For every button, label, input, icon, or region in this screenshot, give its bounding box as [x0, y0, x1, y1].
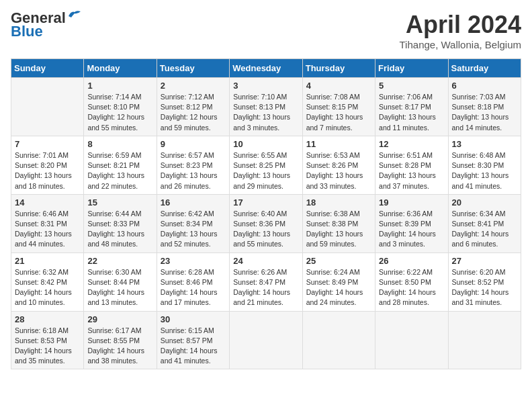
- day-number: 12: [379, 139, 444, 149]
- title-block: April 2024 Tihange, Wallonia, Belgium: [400, 11, 521, 50]
- header: General Blue April 2024 Tihange, Walloni…: [11, 11, 521, 50]
- day-info: Sunrise: 6:53 AM Sunset: 8:26 PM Dayligh…: [306, 150, 371, 191]
- day-number: 20: [452, 197, 517, 208]
- day-info: Sunrise: 7:10 AM Sunset: 8:13 PM Dayligh…: [233, 92, 298, 133]
- day-number: 2: [161, 81, 226, 91]
- calendar-cell: 14Sunrise: 6:46 AM Sunset: 8:31 PM Dayli…: [11, 194, 84, 253]
- day-number: 1: [87, 81, 152, 91]
- calendar-cell: 22Sunrise: 6:30 AM Sunset: 8:44 PM Dayli…: [84, 253, 157, 311]
- day-number: 10: [233, 139, 298, 149]
- calendar-cell: 23Sunrise: 6:28 AM Sunset: 8:46 PM Dayli…: [157, 253, 229, 311]
- day-header-friday: Friday: [375, 59, 448, 78]
- month-title: April 2024: [400, 11, 521, 39]
- calendar-cell: 8Sunrise: 6:59 AM Sunset: 8:21 PM Daylig…: [84, 136, 157, 194]
- day-number: 6: [452, 81, 517, 91]
- day-header-wednesday: Wednesday: [230, 59, 302, 78]
- day-number: 17: [233, 197, 298, 208]
- calendar-cell: 4Sunrise: 7:08 AM Sunset: 8:15 PM Daylig…: [302, 78, 375, 136]
- day-info: Sunrise: 6:18 AM Sunset: 8:53 PM Dayligh…: [15, 326, 80, 367]
- day-info: Sunrise: 6:15 AM Sunset: 8:57 PM Dayligh…: [161, 326, 226, 367]
- calendar-cell: 28Sunrise: 6:18 AM Sunset: 8:53 PM Dayli…: [11, 311, 84, 369]
- day-number: 16: [161, 197, 226, 208]
- calendar-cell: 27Sunrise: 6:20 AM Sunset: 8:52 PM Dayli…: [448, 253, 521, 311]
- day-info: Sunrise: 6:55 AM Sunset: 8:25 PM Dayligh…: [233, 150, 298, 191]
- day-info: Sunrise: 7:03 AM Sunset: 8:18 PM Dayligh…: [452, 92, 517, 133]
- calendar-cell: 9Sunrise: 6:57 AM Sunset: 8:23 PM Daylig…: [157, 136, 229, 194]
- day-header-thursday: Thursday: [302, 59, 375, 78]
- day-info: Sunrise: 6:59 AM Sunset: 8:21 PM Dayligh…: [87, 150, 152, 191]
- calendar-cell: 19Sunrise: 6:36 AM Sunset: 8:39 PM Dayli…: [375, 194, 448, 253]
- day-number: 4: [306, 81, 371, 91]
- calendar-cell: 29Sunrise: 6:17 AM Sunset: 8:55 PM Dayli…: [84, 311, 157, 369]
- day-info: Sunrise: 6:34 AM Sunset: 8:41 PM Dayligh…: [452, 209, 517, 250]
- day-number: 26: [379, 256, 444, 266]
- calendar-table: SundayMondayTuesdayWednesdayThursdayFrid…: [11, 58, 521, 369]
- day-number: 29: [87, 314, 152, 324]
- day-info: Sunrise: 6:26 AM Sunset: 8:47 PM Dayligh…: [233, 267, 298, 308]
- location: Tihange, Wallonia, Belgium: [400, 39, 521, 50]
- calendar-cell: 3Sunrise: 7:10 AM Sunset: 8:13 PM Daylig…: [230, 78, 302, 136]
- calendar-cell: 5Sunrise: 7:06 AM Sunset: 8:17 PM Daylig…: [375, 78, 448, 136]
- day-info: Sunrise: 6:42 AM Sunset: 8:34 PM Dayligh…: [161, 209, 226, 250]
- day-number: 23: [161, 256, 226, 266]
- logo: General Blue: [11, 11, 82, 39]
- day-info: Sunrise: 7:14 AM Sunset: 8:10 PM Dayligh…: [87, 92, 152, 133]
- day-number: 27: [452, 256, 517, 266]
- day-info: Sunrise: 7:06 AM Sunset: 8:17 PM Dayligh…: [379, 92, 444, 133]
- calendar-cell: [302, 311, 375, 369]
- day-info: Sunrise: 6:20 AM Sunset: 8:52 PM Dayligh…: [452, 267, 517, 308]
- day-header-saturday: Saturday: [448, 59, 521, 78]
- day-number: 13: [452, 139, 517, 149]
- calendar-cell: [230, 311, 302, 369]
- day-info: Sunrise: 7:08 AM Sunset: 8:15 PM Dayligh…: [306, 92, 371, 133]
- day-number: 8: [87, 139, 152, 149]
- calendar-cell: 10Sunrise: 6:55 AM Sunset: 8:25 PM Dayli…: [230, 136, 302, 194]
- calendar-cell: 6Sunrise: 7:03 AM Sunset: 8:18 PM Daylig…: [448, 78, 521, 136]
- calendar-cell: 17Sunrise: 6:40 AM Sunset: 8:36 PM Dayli…: [230, 194, 302, 253]
- day-number: 15: [87, 197, 152, 208]
- day-header-monday: Monday: [84, 59, 157, 78]
- calendar-cell: [375, 311, 448, 369]
- day-number: 28: [15, 314, 80, 324]
- calendar-cell: 24Sunrise: 6:26 AM Sunset: 8:47 PM Dayli…: [230, 253, 302, 311]
- calendar-cell: 18Sunrise: 6:38 AM Sunset: 8:38 PM Dayli…: [302, 194, 375, 253]
- day-info: Sunrise: 7:12 AM Sunset: 8:12 PM Dayligh…: [161, 92, 226, 133]
- day-info: Sunrise: 6:48 AM Sunset: 8:30 PM Dayligh…: [452, 150, 517, 191]
- calendar-cell: [448, 311, 521, 369]
- day-number: 3: [233, 81, 298, 91]
- logo-bird-icon: [67, 9, 82, 21]
- day-info: Sunrise: 6:44 AM Sunset: 8:33 PM Dayligh…: [87, 209, 152, 250]
- day-header-tuesday: Tuesday: [157, 59, 229, 78]
- week-row: 14Sunrise: 6:46 AM Sunset: 8:31 PM Dayli…: [11, 194, 521, 253]
- day-info: Sunrise: 6:57 AM Sunset: 8:23 PM Dayligh…: [161, 150, 226, 191]
- calendar-cell: 11Sunrise: 6:53 AM Sunset: 8:26 PM Dayli…: [302, 136, 375, 194]
- day-info: Sunrise: 6:22 AM Sunset: 8:50 PM Dayligh…: [379, 267, 444, 308]
- calendar-cell: 25Sunrise: 6:24 AM Sunset: 8:49 PM Dayli…: [302, 253, 375, 311]
- day-info: Sunrise: 6:51 AM Sunset: 8:28 PM Dayligh…: [379, 150, 444, 191]
- day-number: 30: [161, 314, 226, 324]
- day-number: 21: [15, 256, 80, 266]
- calendar-cell: 30Sunrise: 6:15 AM Sunset: 8:57 PM Dayli…: [157, 311, 229, 369]
- day-number: 9: [161, 139, 226, 149]
- day-info: Sunrise: 6:30 AM Sunset: 8:44 PM Dayligh…: [87, 267, 152, 308]
- day-header-sunday: Sunday: [11, 59, 84, 78]
- day-info: Sunrise: 6:24 AM Sunset: 8:49 PM Dayligh…: [306, 267, 371, 308]
- week-row: 21Sunrise: 6:32 AM Sunset: 8:42 PM Dayli…: [11, 253, 521, 311]
- day-info: Sunrise: 6:36 AM Sunset: 8:39 PM Dayligh…: [379, 209, 444, 250]
- header-row: SundayMondayTuesdayWednesdayThursdayFrid…: [11, 59, 521, 78]
- day-info: Sunrise: 7:01 AM Sunset: 8:20 PM Dayligh…: [15, 150, 80, 191]
- day-number: 19: [379, 197, 444, 208]
- day-number: 18: [306, 197, 371, 208]
- day-info: Sunrise: 6:17 AM Sunset: 8:55 PM Dayligh…: [87, 326, 152, 367]
- day-number: 5: [379, 81, 444, 91]
- day-info: Sunrise: 6:32 AM Sunset: 8:42 PM Dayligh…: [15, 267, 80, 308]
- calendar-cell: 16Sunrise: 6:42 AM Sunset: 8:34 PM Dayli…: [157, 194, 229, 253]
- week-row: 28Sunrise: 6:18 AM Sunset: 8:53 PM Dayli…: [11, 311, 521, 369]
- calendar-cell: 13Sunrise: 6:48 AM Sunset: 8:30 PM Dayli…: [448, 136, 521, 194]
- day-info: Sunrise: 6:40 AM Sunset: 8:36 PM Dayligh…: [233, 209, 298, 250]
- calendar-cell: [11, 78, 84, 136]
- week-row: 1Sunrise: 7:14 AM Sunset: 8:10 PM Daylig…: [11, 78, 521, 136]
- day-info: Sunrise: 6:38 AM Sunset: 8:38 PM Dayligh…: [306, 209, 371, 250]
- calendar-cell: 12Sunrise: 6:51 AM Sunset: 8:28 PM Dayli…: [375, 136, 448, 194]
- day-number: 22: [87, 256, 152, 266]
